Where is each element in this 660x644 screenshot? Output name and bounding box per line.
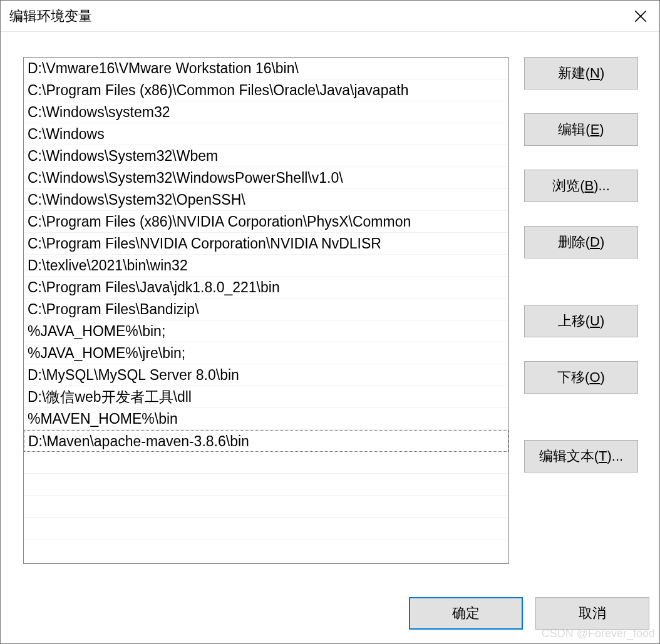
side-button-column: 新建(N) 编辑(E) 浏览(B)... 删除(D) 上移(U) 下移(O)	[524, 57, 638, 572]
btn-label-suffix: )	[601, 369, 605, 386]
list-item[interactable]: C:\Program Files\Bandizip\	[24, 299, 508, 320]
list-item[interactable]: C:\Windows\system32	[24, 101, 508, 123]
btn-accelerator: D	[590, 234, 600, 250]
list-item[interactable]: %JAVA_HOME%\bin;	[24, 320, 508, 342]
list-item[interactable]: %JAVA_HOME%\jre\bin;	[24, 342, 508, 364]
btn-accelerator: O	[589, 369, 600, 386]
btn-accelerator: T	[599, 448, 607, 464]
edit-button[interactable]: 编辑(E)	[524, 113, 638, 146]
delete-button[interactable]: 删除(D)	[524, 226, 638, 258]
btn-label-prefix: 浏览(	[552, 176, 584, 195]
btn-accelerator: N	[590, 65, 600, 81]
btn-label-suffix: )	[600, 313, 604, 329]
list-item	[24, 539, 508, 561]
btn-label-prefix: 下移(	[557, 368, 589, 387]
list-item[interactable]: D:\Maven\apache-maven-3.8.6\bin	[24, 430, 508, 452]
dialog-footer: 确定 取消	[1, 597, 659, 643]
path-listbox[interactable]: D:\Vmware16\VMware Workstation 16\bin\C:…	[23, 57, 509, 564]
cancel-button[interactable]: 取消	[535, 597, 649, 630]
dialog-window: 编辑环境变量 D:\Vmware16\VMware Workstation 16…	[0, 0, 660, 644]
list-item[interactable]: C:\Windows	[24, 123, 508, 145]
browse-button[interactable]: 浏览(B)...	[524, 170, 638, 202]
btn-label-suffix: )...	[594, 178, 610, 194]
btn-accelerator: E	[590, 121, 600, 138]
list-item[interactable]: D:\Vmware16\VMware Workstation 16\bin\	[24, 58, 508, 79]
spacer	[524, 400, 638, 434]
list-item	[24, 518, 508, 539]
move-up-button[interactable]: 上移(U)	[524, 305, 638, 337]
spacer	[524, 96, 638, 107]
ok-button[interactable]: 确定	[409, 597, 523, 630]
btn-label-prefix: 新建(	[558, 64, 590, 83]
titlebar: 编辑环境变量	[1, 1, 659, 32]
list-item	[24, 496, 508, 518]
close-button[interactable]	[622, 1, 659, 32]
btn-accelerator: B	[584, 178, 594, 194]
spacer	[524, 344, 638, 355]
list-item[interactable]: C:\Windows\System32\WindowsPowerShell\v1…	[24, 167, 508, 189]
btn-label-suffix: )	[599, 121, 604, 138]
list-item[interactable]: C:\Windows\System32\OpenSSH\	[24, 189, 508, 211]
edit-text-button[interactable]: 编辑文本(T)...	[524, 440, 638, 473]
list-item[interactable]: C:\Windows\System32\Wbem	[24, 145, 508, 167]
list-item[interactable]: D:\texlive\2021\bin\win32	[24, 255, 508, 277]
spacer	[524, 265, 638, 299]
close-icon	[634, 10, 647, 23]
list-item[interactable]: C:\Program Files\Java\jdk1.8.0_221\bin	[24, 277, 508, 299]
spacer	[524, 152, 638, 163]
btn-label-prefix: 删除(	[558, 233, 590, 252]
btn-accelerator: U	[590, 313, 600, 329]
list-item[interactable]: C:\Program Files (x86)\Common Files\Orac…	[24, 79, 508, 101]
list-item[interactable]: D:\微信web开发者工具\dll	[24, 386, 508, 408]
content-area: D:\Vmware16\VMware Workstation 16\bin\C:…	[1, 32, 659, 572]
new-button[interactable]: 新建(N)	[524, 57, 638, 89]
list-item	[24, 474, 508, 496]
window-title: 编辑环境变量	[9, 7, 92, 26]
list-item[interactable]: %MAVEN_HOME%\bin	[24, 408, 508, 430]
btn-label-prefix: 编辑文本(	[539, 447, 599, 466]
spacer	[524, 208, 638, 220]
btn-label-prefix: 编辑(	[558, 120, 590, 139]
btn-label-suffix: )...	[607, 448, 624, 464]
btn-label-prefix: 上移(	[558, 312, 590, 330]
list-item[interactable]: D:\MySQL\MySQL Server 8.0\bin	[24, 364, 508, 386]
list-item[interactable]: C:\Program Files\NVIDIA Corporation\NVID…	[24, 233, 508, 255]
list-item[interactable]: C:\Program Files (x86)\NVIDIA Corporatio…	[24, 211, 508, 233]
move-down-button[interactable]: 下移(O)	[524, 361, 638, 394]
list-item	[24, 452, 508, 474]
btn-label-suffix: )	[600, 234, 604, 250]
btn-label-suffix: )	[600, 65, 604, 81]
